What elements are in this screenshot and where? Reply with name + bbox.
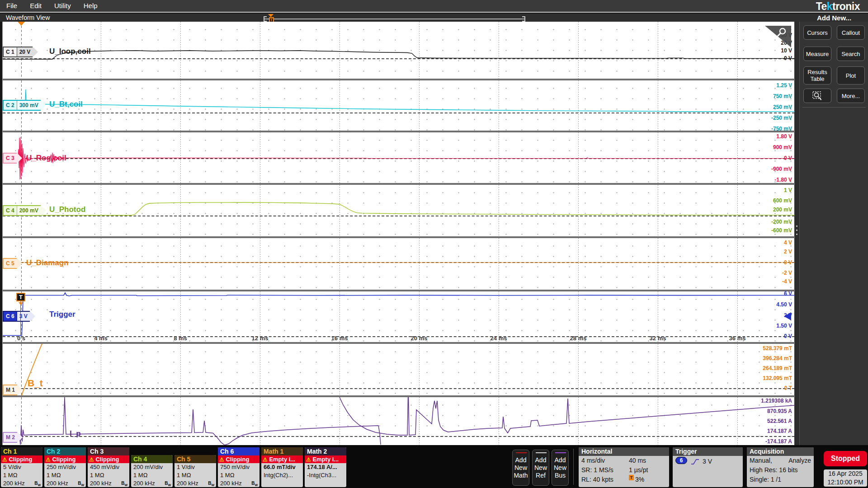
trigger-panel[interactable]: Trigger 6 3 V [673, 447, 743, 487]
waveform-slice-c4[interactable]: 1 V600 mV200 mV-200 mV-600 mVC 4200 mVU_… [3, 185, 795, 236]
channel-badge-c5[interactable]: C 5 [3, 258, 22, 269]
trace-c4 [3, 185, 795, 236]
channel-badge-c6[interactable]: C 63 V [3, 311, 35, 322]
waveform-plot[interactable]: 30 V20 V10 V0 VC 120 VU_loop,coil1.25 V7… [2, 22, 794, 445]
sidebar-divider [802, 107, 866, 108]
badge-pointer-icon [17, 258, 22, 269]
add-new-math-button[interactable]: Add New Math [512, 450, 529, 486]
ref-color-line [536, 452, 547, 453]
acquisition-panel[interactable]: Acquisition Manual,Analyze High Res: 16 … [747, 447, 814, 487]
box-zoom-magnifier-icon [812, 91, 823, 101]
channel-badge-m1[interactable]: M 1 [3, 385, 23, 395]
channel-badge-c1[interactable]: C 120 V [3, 47, 38, 57]
acq-analyze: Analyze [788, 456, 811, 465]
waveform-slice-m1[interactable]: 528.379 mT396.284 mT264.189 mT132.095 mT… [3, 344, 795, 395]
waveform-slice-m2[interactable]: 1.219308 kA870.935 A522.561 A174.187 A-1… [3, 397, 795, 445]
waveform-slice-c2[interactable]: 1.25 V750 mV250 mV-250 mV-750 mVC 2300 m… [3, 80, 795, 131]
bottom-badge-ch1[interactable]: Ch 1⚠ Clipping5 V/div1 MΩ200 kHzBW [1, 447, 42, 487]
badge-row: 250 mV/div [44, 463, 86, 471]
tektronix-logo: Tektronix [816, 0, 860, 13]
time-axis-label: 8 ms [174, 335, 187, 342]
slice-separator [3, 395, 795, 397]
cursors-button[interactable]: Cursors [803, 25, 831, 40]
bottom-badge-ch3[interactable]: Ch 3⚠ Clipping450 mV/div1 MΩ200 kHzBW [88, 447, 129, 487]
acquisition-title: Acquisition [747, 447, 814, 456]
badge-cell: 200 mV [17, 205, 41, 216]
menu-file[interactable]: File [0, 0, 24, 12]
bottom-badge-ch4[interactable]: Ch 4200 mV/div1 MΩ200 kHzBW [131, 455, 173, 487]
time-axis-label: 36 ms [729, 335, 746, 342]
date-text: 16 Apr 2025 [824, 469, 867, 478]
callout-button[interactable]: Callout [837, 25, 865, 40]
horizontal-title: Horizontal [579, 447, 669, 456]
badge-pointer-icon [41, 205, 46, 216]
math-color-line [516, 452, 527, 453]
add-new-bus-button[interactable]: Add New Bus [552, 450, 569, 486]
bottom-badge-title: Ch 5 [175, 455, 216, 463]
channel-name-c1: U_loop,coil [49, 47, 91, 56]
trace-m2 [3, 397, 795, 445]
menu-utility[interactable]: Utility [48, 0, 77, 12]
waveform-slice-c1[interactable]: 30 V20 V10 V0 VC 120 VU_loop,coil [3, 22, 795, 79]
record-right-bracket [522, 16, 525, 22]
time-axis-label: 12 ms [252, 335, 269, 342]
channel-badge-c3[interactable]: C 3 [3, 153, 22, 164]
badge-cell: 20 V [17, 47, 33, 57]
trigger-position-pointer-icon [268, 14, 274, 17]
acq-resolution: High Res: 16 bits [747, 465, 814, 475]
rising-edge-icon [691, 458, 700, 465]
bottom-badge-ch5[interactable]: Ch 51 V/div1 MΩ200 kHzBW [175, 455, 216, 487]
horizontal-panel[interactable]: Horizontal 4 ms/div40 ms SR: 1 MS/s1 µs/… [579, 447, 669, 487]
time-axis-label: 24 ms [491, 335, 507, 342]
warning-icon: ⚠ [306, 456, 311, 463]
channel-badge-m2[interactable]: M 2 [3, 432, 23, 443]
trigger-position-percent: 3% [635, 475, 644, 484]
bottom-badge-ch2[interactable]: Ch 2⚠ Clipping250 mV/div1 MΩ200 kHzBW [44, 447, 86, 487]
menu-edit[interactable]: Edit [24, 0, 48, 12]
waveform-slice-c6[interactable]: 6 V4.50 V3 V1.50 V0 VC 63 VTrigger [3, 291, 795, 342]
badge-pointer-icon [30, 311, 35, 322]
measure-button[interactable]: Measure [803, 47, 831, 61]
badge-pointer-icon [17, 432, 23, 443]
slice-separator [3, 290, 795, 291]
channel-name-m2: I_p [70, 429, 81, 438]
plot-button[interactable]: Plot [837, 66, 865, 84]
record-position-slider[interactable]: T [264, 17, 524, 19]
bottom-badge-math2[interactable]: Math 2⚠ Empty i...174.18 A/...-Intg(Ch3.… [305, 447, 346, 487]
trigger-t-marker-icon[interactable]: T [16, 293, 25, 301]
badge-row: 174.18 A/... [305, 463, 346, 471]
bottom-badge-ch6[interactable]: Ch 6⚠ Clipping750 mV/div1 MΩ200 kHzBW [218, 447, 259, 487]
run-stop-status-button[interactable]: Stopped [824, 451, 867, 466]
trigger-vertical-line [20, 301, 21, 335]
channel-name-m1: B_t [28, 378, 43, 389]
waveform-slice-c3[interactable]: 1.80 V900 mV0 V-900 mV-1.80 VC 3U_Rog,co… [3, 132, 795, 183]
bottom-badge-title: Ch 2 [44, 447, 86, 455]
channel-badge-c2[interactable]: C 2300 mV [3, 100, 46, 111]
box-zoom-button[interactable] [803, 89, 831, 103]
clipping-alert: ⚠ Clipping [88, 455, 129, 463]
slice-separator [3, 183, 795, 185]
results-table-button[interactable]: Results Table [803, 66, 831, 84]
trigger-level-arrow-icon[interactable] [784, 312, 791, 320]
bottom-badge-title: Math 1 [261, 447, 303, 455]
record-length: RL: 40 kpts [581, 475, 629, 484]
channel-badge-c4[interactable]: C 4200 mV [3, 205, 46, 216]
warning-icon: ⚠ [46, 456, 51, 463]
time-axis-label: 32 ms [650, 335, 666, 342]
badge-cell: 3 V [17, 311, 30, 322]
search-button[interactable]: Search [837, 47, 865, 61]
bottom-badge-title: Math 2 [305, 447, 346, 455]
waveform-slice-c5[interactable]: 4 V2 V0 V-2 V-4 VC 5U_Diamagn [3, 238, 795, 290]
badge-row: 200 kHzBW [44, 479, 86, 487]
channel-name-c4: U_Photod [49, 205, 85, 214]
channel-name-c6: Trigger [49, 310, 75, 319]
pane-splitter[interactable] [794, 22, 799, 445]
bottom-badge-math1[interactable]: Math 1⚠ Empty i...66.0 mT/divIntg(Ch2)..… [261, 447, 303, 487]
add-new-ref-button[interactable]: Add New Ref [532, 450, 549, 486]
acq-mode: Manual, [750, 456, 772, 465]
trigger-position-top-icon[interactable] [18, 22, 25, 26]
channel-name-c5: U_Diamagn [26, 258, 69, 267]
trace-c1 [3, 22, 795, 79]
menu-help[interactable]: Help [77, 0, 104, 12]
more-button[interactable]: More... [837, 89, 865, 103]
